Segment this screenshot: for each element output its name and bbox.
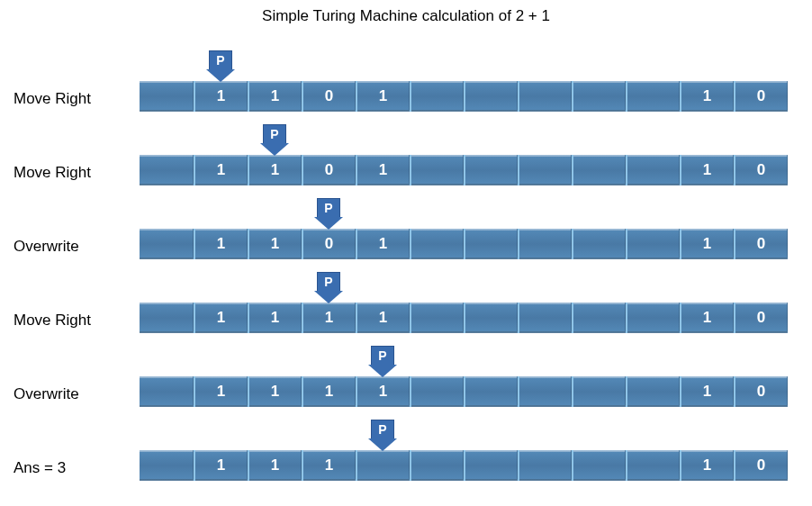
tape-cell: 1 (356, 81, 410, 112)
pointer-label: P (317, 198, 340, 218)
tape-cell: 1 (680, 81, 734, 112)
tape-cell: 1 (302, 303, 356, 333)
tape-cell (464, 450, 518, 481)
tape-cell: 0 (734, 81, 788, 112)
tape-cell: 1 (194, 81, 248, 112)
tape-cell (410, 303, 464, 333)
tape-cell: 1 (248, 303, 302, 333)
tape-cell: 1 (248, 81, 302, 112)
tape-cell: 1 (680, 155, 734, 185)
tape: 11110 (140, 450, 788, 481)
turing-row: Move Right111110P (0, 272, 812, 346)
row-label: Overwrite (14, 362, 140, 403)
tape-cell (626, 81, 680, 112)
tape-cell (572, 81, 626, 112)
row-label: Move Right (14, 288, 140, 330)
tape: 110110 (140, 81, 788, 112)
tape-cell (626, 450, 680, 481)
pointer: P (302, 272, 356, 303)
tape-cell: 1 (194, 155, 248, 185)
pointer: P (356, 346, 410, 377)
tape-cell: 1 (356, 229, 410, 259)
row-label: Ans = 3 (14, 436, 140, 477)
tape-cell (410, 450, 464, 481)
tape-cell (518, 155, 572, 185)
tape-cell (518, 229, 572, 259)
pointer-label: P (371, 420, 394, 439)
tape-cell: 1 (356, 376, 410, 407)
pointer: P (302, 198, 356, 230)
tape-cell: 0 (302, 81, 356, 112)
tape-cell: 0 (734, 303, 788, 333)
tape-cell (626, 229, 680, 259)
tape-cell (410, 81, 464, 112)
row-label: Overwrite (14, 214, 140, 256)
tape-cell: 1 (680, 303, 734, 333)
tape-cell: 1 (194, 229, 248, 259)
tape: 111110 (140, 376, 788, 407)
tape-cell: 0 (734, 229, 788, 259)
tape-cell (140, 450, 194, 481)
tape-cell (140, 303, 194, 333)
tape-cell (518, 303, 572, 333)
tape-cell (518, 376, 572, 407)
turing-row: Ans = 311110P (0, 420, 812, 493)
tape-cell (140, 81, 194, 112)
pointer: P (356, 420, 410, 451)
tape-cell (140, 155, 194, 185)
pointer-label: P (317, 272, 340, 292)
tape-cell (572, 376, 626, 407)
tape-cell (464, 155, 518, 185)
pointer-label: P (371, 346, 394, 366)
tape-cell: 0 (734, 155, 788, 185)
tape-cell: 1 (356, 303, 410, 333)
pointer: P (248, 124, 302, 156)
tape-cell (140, 376, 194, 407)
tape-cell: 1 (302, 450, 356, 481)
tape-cell: 1 (248, 376, 302, 407)
tape-cell: 1 (680, 376, 734, 407)
tape-cell: 1 (248, 155, 302, 185)
tape-cell (572, 450, 626, 481)
tape-cell (626, 376, 680, 407)
tape-cell (356, 450, 410, 481)
tape-cell (518, 81, 572, 112)
pointer-label: P (263, 124, 286, 144)
arrow-down-icon (260, 143, 289, 156)
arrow-down-icon (314, 291, 343, 303)
tape-cell (410, 155, 464, 185)
tape-cell (464, 81, 518, 112)
tape-cell (572, 229, 626, 259)
tape-cell: 0 (734, 376, 788, 407)
tape-cell (626, 303, 680, 333)
tape-cell: 1 (194, 376, 248, 407)
tape-cell: 1 (356, 155, 410, 185)
rows-container: Move Right110110PMove Right110110POverwr… (0, 50, 812, 493)
pointer: P (194, 50, 248, 82)
arrow-down-icon (368, 365, 397, 377)
diagram-title: Simple Turing Machine calculation of 2 +… (0, 7, 812, 25)
arrow-down-icon (206, 69, 235, 82)
tape-cell (626, 155, 680, 185)
tape-cell: 1 (248, 450, 302, 481)
tape-cell: 1 (248, 229, 302, 259)
tape-cell (410, 376, 464, 407)
tape: 111110 (140, 303, 788, 333)
tape-cell (572, 303, 626, 333)
turing-row: Overwrite111110P (0, 346, 812, 420)
tape-cell: 1 (680, 450, 734, 481)
turing-row: Overwrite110110P (0, 198, 812, 272)
turing-row: Move Right110110P (0, 50, 812, 124)
tape-cell: 0 (734, 450, 788, 481)
tape: 110110 (140, 229, 788, 259)
row-label: Move Right (14, 140, 140, 182)
tape-cell (140, 229, 194, 259)
tape-cell: 1 (302, 376, 356, 407)
tape-cell (464, 303, 518, 333)
tape-cell: 0 (302, 155, 356, 185)
turing-row: Move Right110110P (0, 124, 812, 198)
tape-cell (464, 376, 518, 407)
tape-cell (572, 155, 626, 185)
tape-cell: 1 (194, 450, 248, 481)
row-label: Move Right (14, 67, 140, 108)
